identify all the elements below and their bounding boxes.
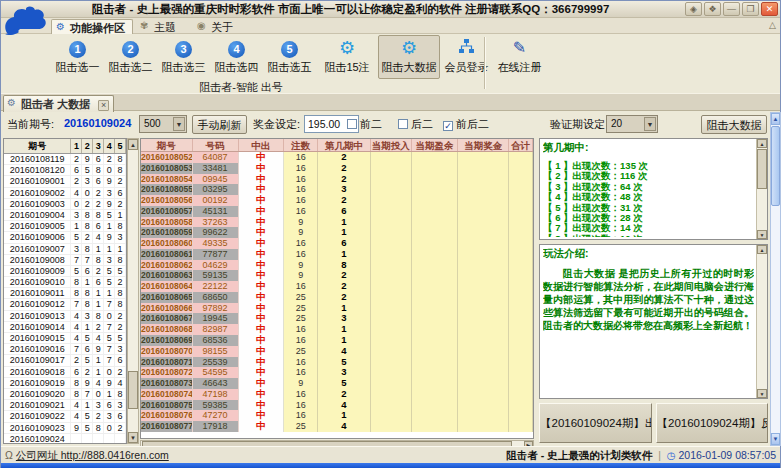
table-row[interactable]: 2016010900240236 — [4, 188, 126, 199]
total-cell — [509, 281, 533, 292]
scroll-down-icon[interactable]: ▼ — [128, 432, 138, 443]
tab-about[interactable]: ◉ 关于 — [193, 19, 240, 34]
table-row[interactable]: 2016010805503295中163 — [141, 184, 533, 195]
table-row[interactable]: 2016010806719945中253 — [141, 313, 533, 324]
table-row[interactable]: 2016010805745131中166 — [141, 206, 533, 217]
table-row[interactable]: 2016010900438851 — [4, 210, 126, 221]
table-row[interactable]: 2016010811929628 — [4, 154, 126, 165]
toolbar-button-阻击选三[interactable]: 3阻击选三 — [157, 35, 210, 79]
pin-button[interactable]: ◈ — [685, 2, 702, 16]
table-row[interactable]: 2016010900877838 — [4, 255, 126, 266]
table-row[interactable]: 2016010806204629中98 — [141, 260, 533, 271]
table-row[interactable]: 2016010807717918中254 — [141, 421, 533, 432]
toolbar-button-阻击选一[interactable]: 1阻击选一 — [51, 35, 104, 79]
table-row[interactable]: 2016010901441272 — [4, 322, 126, 333]
table-row[interactable]: 2016010805264087中162 — [141, 152, 533, 163]
toolbar-button-阻击选四[interactable]: 4阻击选四 — [210, 35, 263, 79]
verify-period-dropdown[interactable]: 20 ▼ — [606, 115, 658, 133]
table-row[interactable]: 2016010805333481中162 — [141, 163, 533, 174]
reverse-set-button[interactable]: 【20160109024期】反集 — [656, 403, 769, 443]
toolbar-button-阻击选二[interactable]: 2阻击选二 — [104, 35, 157, 79]
table-row[interactable]: 2016010806422122中162 — [141, 281, 533, 292]
table-row[interactable]: 2016010805409945中162 — [141, 174, 533, 185]
snipe-big-data-button[interactable]: 阻击大数据 — [701, 115, 767, 134]
toolbar-button-阻击15注[interactable]: ⚙阻击15注 — [316, 35, 378, 79]
stats-scrollbar[interactable]: ▲ ▼ — [756, 139, 767, 239]
table-row[interactable]: 2016010900123692 — [4, 176, 126, 187]
skin-button[interactable]: ❖ — [704, 2, 721, 16]
scrollbar-thumb[interactable] — [757, 149, 767, 189]
sample-count-dropdown[interactable]: 500 ▼ — [139, 115, 187, 133]
manual-refresh-button[interactable]: 手动刷新 — [192, 115, 247, 134]
table-row[interactable]: 2016010807346643中95 — [141, 378, 533, 389]
scroll-down-icon[interactable]: ▼ — [771, 433, 780, 445]
table-row[interactable]: 2016010806968536中161 — [141, 335, 533, 346]
checkbox-front-back-two[interactable]: ✓前后二 — [443, 117, 489, 132]
table-row[interactable]: 2016010806049335中166 — [141, 238, 533, 249]
table-row[interactable]: 2016010806882987中161 — [141, 324, 533, 335]
left-table-scrollbar[interactable]: ▲ ▼ — [127, 138, 139, 444]
scroll-down-icon[interactable]: ▼ — [757, 230, 767, 239]
table-row[interactable]: 2016010805999622中91 — [141, 227, 533, 238]
table-row[interactable]: 2016010807559385中164 — [141, 400, 533, 411]
table-row[interactable]: 2016010901188118 — [4, 288, 126, 299]
close-tab-icon[interactable]: × — [98, 100, 109, 111]
table-row[interactable]: 2016010900956255 — [4, 266, 126, 277]
close-button[interactable]: ✕ — [761, 2, 778, 16]
table-row[interactable]: 2016010902087018 — [4, 389, 126, 400]
table-row[interactable]: 2016010900518618 — [4, 221, 126, 232]
table-row[interactable]: 2016010807098155中254 — [141, 346, 533, 357]
table-row[interactable]: 2016010901989494 — [4, 378, 126, 389]
table-row[interactable]: 2016010901676973 — [4, 344, 126, 355]
tab-theme[interactable]: ✾ 主题 — [136, 19, 183, 34]
table-row[interactable]: 2016010901862102 — [4, 367, 126, 378]
table-row[interactable]: 2016010900652493 — [4, 232, 126, 243]
digit-cell: 4 — [93, 333, 104, 343]
toolbar-button-在线注册[interactable]: ✎在线注册 — [493, 35, 546, 79]
table-row[interactable]: 2016010901545455 — [4, 333, 126, 344]
table-row[interactable]: 2016010805837263中91 — [141, 217, 533, 228]
table-row[interactable]: 2016010806177877中161 — [141, 249, 533, 260]
scroll-up-icon[interactable]: ▲ — [771, 113, 780, 125]
table-row[interactable]: 2016010902245236 — [4, 411, 126, 422]
table-row[interactable]: 2016010901343802 — [4, 311, 126, 322]
checkbox-front-two[interactable]: 前二 — [347, 117, 382, 132]
table-row[interactable]: 2016010902395802 — [4, 423, 126, 434]
restore-button[interactable]: ❐ — [742, 2, 759, 16]
table-row[interactable]: 2016010806697892中251 — [141, 303, 533, 314]
table-row[interactable]: 2016010900738111 — [4, 244, 126, 255]
table-row[interactable]: 20160109024 — [4, 434, 126, 444]
checkbox-back-two[interactable]: 后二 — [398, 117, 433, 132]
digit-cell: 8 — [71, 389, 82, 399]
intro-scrollbar[interactable]: ▲ ▼ — [756, 245, 767, 398]
table-row[interactable]: 2016010902141363 — [4, 400, 126, 411]
table-row[interactable]: 2016010901278178 — [4, 299, 126, 310]
table-row[interactable]: 2016010805600192中162 — [141, 195, 533, 206]
toolbar-button-阻击选五[interactable]: 5阻击选五 — [263, 35, 316, 79]
tab-function-area[interactable]: ⚙ 功能操作区 — [51, 19, 133, 34]
scrollbar-thumb[interactable] — [128, 371, 138, 409]
doc-tab-big-data[interactable]: ⚙ 阻击者 大数据 × — [3, 95, 114, 112]
scrollbar-thumb[interactable] — [771, 126, 780, 206]
scroll-up-icon[interactable]: ▲ — [128, 139, 138, 150]
table-row[interactable]: 2016010807647270中161 — [141, 410, 533, 421]
table-row[interactable]: 2016010807125539中165 — [141, 357, 533, 368]
table-row[interactable]: 2016010806359135中92 — [141, 270, 533, 281]
company-url-link[interactable]: Ω公司网址 http://888.0416ren.com — [5, 449, 169, 463]
minimize-button[interactable]: — — [723, 2, 740, 16]
table-row[interactable]: 2016010806568650中252 — [141, 292, 533, 303]
table-row[interactable]: 2016010901725176 — [4, 355, 126, 366]
table-row[interactable]: 2016010807447198中162 — [141, 389, 533, 400]
scroll-up-icon[interactable]: ▲ — [757, 139, 767, 148]
table-row[interactable]: 2016010807254595中163 — [141, 367, 533, 378]
main-vertical-scrollbar[interactable]: ▲ ▼ — [770, 112, 781, 446]
hit-cell: 中 — [239, 313, 285, 324]
table-row[interactable]: 2016010900302292 — [4, 199, 126, 210]
table-row[interactable]: 2016010901081652 — [4, 277, 126, 288]
collapse-ribbon-icon[interactable]: △ — [769, 20, 776, 30]
scroll-up-icon[interactable]: ▲ — [757, 245, 767, 254]
toolbar-button-阻击大数据[interactable]: ⚙阻击大数据 — [378, 35, 440, 79]
draw-number-button[interactable]: 【20160109024期】出号 — [539, 403, 652, 443]
table-row[interactable]: 2016010812065808 — [4, 165, 126, 176]
scroll-down-icon[interactable]: ▼ — [757, 389, 767, 398]
